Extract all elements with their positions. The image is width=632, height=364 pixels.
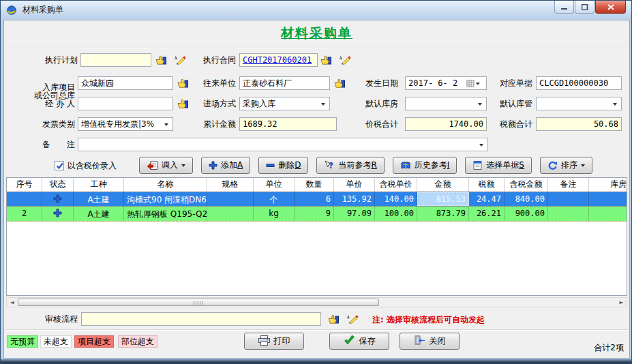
column-header[interactable]: 备注 — [548, 178, 589, 192]
exec-contract-link[interactable]: CGHT2017060201 — [239, 53, 318, 67]
sort-button[interactable]: 排序 — [540, 157, 592, 174]
print-button[interactable]: 打印 — [244, 333, 304, 350]
table-cell[interactable] — [42, 192, 74, 206]
table-cell[interactable]: 热轧厚钢板 Q195-Q2: — [124, 207, 207, 221]
table-cell[interactable]: 97.09 — [334, 207, 375, 221]
select-doc-button[interactable]: 选择单据S — [465, 157, 532, 174]
column-header[interactable]: 状态 — [42, 178, 74, 192]
table-cell[interactable] — [548, 207, 589, 221]
approval-flow-label: 审核流程 — [38, 312, 78, 326]
hand-picker-icon[interactable] — [333, 78, 346, 89]
scroll-left-arrow-icon[interactable]: ◄ — [7, 299, 16, 306]
import-button[interactable]: 调入 — [139, 157, 193, 174]
page-title: 材料采购单 — [4, 25, 629, 42]
table-cell[interactable]: 9 — [295, 207, 334, 221]
table-row[interactable]: 2A土建热轧厚钢板 Q195-Q2:kg997.09100.00873.7926… — [7, 207, 627, 222]
remark-select[interactable] — [78, 138, 488, 151]
scroll-right-arrow-icon[interactable]: ► — [617, 299, 626, 306]
column-header[interactable]: 单位 — [254, 178, 295, 192]
default-keeper-label: 默认库管 — [494, 97, 532, 110]
project-input[interactable]: 众城新园 — [78, 76, 173, 90]
plus-icon — [209, 161, 217, 170]
save-button[interactable]: 保存 — [329, 333, 389, 350]
approval-flow-input[interactable] — [81, 312, 321, 326]
scrollbar-thumb[interactable] — [18, 299, 379, 306]
table-cell[interactable]: 6 — [295, 192, 334, 206]
hand-picker-icon[interactable] — [327, 314, 340, 324]
column-header[interactable]: 序号 — [7, 178, 42, 192]
column-header[interactable]: 数量 — [295, 178, 334, 192]
exec-plan-label: 执行计划 — [23, 53, 78, 67]
column-header[interactable]: 金额 — [417, 178, 469, 192]
calendar-icon[interactable] — [466, 78, 480, 89]
ref-doc-input[interactable]: CLCGD100000030 — [536, 76, 622, 90]
column-header[interactable]: 规格 — [207, 178, 254, 192]
close-form-button[interactable]: 关闭 — [400, 333, 460, 350]
import-doc-icon — [147, 160, 158, 170]
maximize-button[interactable] — [575, 1, 595, 14]
minimize-button[interactable] — [554, 1, 574, 14]
table-cell[interactable]: 26.21 — [469, 207, 505, 221]
table-cell[interactable]: 个 — [254, 192, 295, 206]
table-cell[interactable]: 24.47 — [469, 192, 505, 206]
column-header[interactable]: 工种 — [74, 178, 124, 192]
column-header[interactable]: 税额 — [469, 178, 505, 192]
tax-total-field: 50.68 — [536, 117, 622, 131]
horizontal-scrollbar[interactable]: ◄ ► — [6, 297, 627, 307]
table-cell[interactable]: A土建 — [74, 207, 124, 221]
invoice-type-select[interactable]: 增值税专用发票|3% — [78, 117, 173, 131]
table-cell[interactable]: 135.92 — [334, 192, 375, 206]
handler-label: 经 办 人 — [23, 97, 75, 110]
check-icon — [56, 162, 63, 170]
default-warehouse-select[interactable] — [405, 97, 487, 110]
hand-picker-icon[interactable] — [154, 55, 168, 65]
hand-picker-icon[interactable] — [319, 55, 333, 65]
column-header[interactable]: 含税单价 — [375, 178, 417, 192]
total-count: 合计2项 — [594, 342, 624, 354]
add-button[interactable]: 添加A — [201, 157, 250, 174]
chevron-down-icon — [181, 164, 185, 169]
table-cell[interactable] — [7, 192, 42, 206]
column-header[interactable]: 单价 — [334, 178, 375, 192]
column-header[interactable]: 含税金额 — [505, 178, 548, 192]
hand-picker-icon[interactable] — [176, 78, 190, 89]
table-cell[interactable] — [589, 192, 627, 206]
default-keeper-select[interactable] — [536, 97, 622, 110]
hand-picker-icon[interactable] — [176, 98, 190, 109]
table-cell[interactable]: 900.00 — [505, 207, 548, 221]
entry-mode-select[interactable]: 采购入库 — [239, 97, 330, 110]
table-cell[interactable] — [207, 207, 254, 221]
table-cell[interactable]: A土建 — [74, 192, 124, 206]
table-cell[interactable]: 100.00 — [375, 207, 417, 221]
table-cell[interactable]: 815.53 — [417, 192, 469, 206]
clear-pencil-icon[interactable] — [173, 55, 187, 65]
sort-refresh-icon — [547, 161, 558, 170]
history-ref-button[interactable]: 历史参考I — [393, 157, 457, 174]
ref-doc-label: 对应单据 — [494, 76, 532, 90]
table-cell[interactable]: 140.00 — [375, 192, 417, 206]
clipboard-icon — [472, 160, 483, 170]
table-cell[interactable] — [548, 192, 589, 206]
table-cell[interactable] — [207, 192, 254, 206]
exec-plan-input[interactable] — [80, 53, 151, 67]
invoice-type-label: 发票类别 — [23, 117, 75, 131]
table-cell[interactable]: kg — [254, 207, 295, 221]
current-ref-button[interactable]: ?当前参考R — [316, 157, 384, 174]
clear-pencil-icon[interactable] — [338, 55, 352, 65]
clear-pencil-icon[interactable] — [346, 314, 359, 324]
table-cell[interactable] — [589, 207, 627, 221]
handler-input[interactable] — [78, 97, 173, 110]
close-button[interactable] — [595, 1, 626, 14]
column-header[interactable]: 名称 — [124, 178, 207, 192]
delete-button[interactable]: 删除D — [258, 157, 308, 174]
table-cell[interactable] — [42, 207, 74, 221]
column-header[interactable]: 库房名称 — [589, 178, 627, 192]
table-cell[interactable]: 840.00 — [505, 192, 548, 206]
table-cell[interactable]: 873.79 — [417, 207, 469, 221]
tax-entry-checkbox[interactable] — [55, 161, 64, 170]
table-cell[interactable]: 沟槽式90 闸渫稍DN6! — [124, 192, 207, 206]
status-badge: 未超支 — [40, 335, 72, 348]
vendor-input[interactable]: 正泰砂石料厂 — [239, 76, 330, 90]
table-row[interactable]: A土建沟槽式90 闸渫稍DN6!个6135.92140.00815.5324.4… — [7, 192, 627, 207]
table-cell[interactable]: 2 — [7, 207, 42, 221]
